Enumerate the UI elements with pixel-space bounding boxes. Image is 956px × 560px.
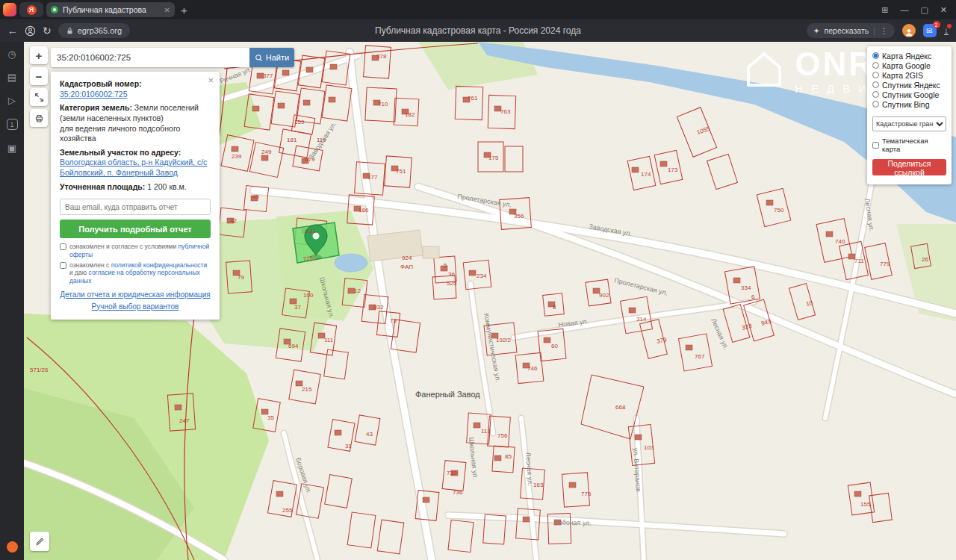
address-link[interactable]: Вологодская область, р-н Кадуйский, с/с … xyxy=(60,158,207,177)
layers-panel: Карта Яндекс Карта Google Карта 2GIS Спу… xyxy=(867,46,952,184)
parcel-number: 36 xyxy=(448,271,455,278)
url-text: egrp365.org xyxy=(78,26,122,35)
browser-menu-icon[interactable] xyxy=(7,541,18,553)
privacy-agree-checkbox[interactable] xyxy=(60,262,66,269)
share-link-button[interactable]: Поделиться ссылкой xyxy=(872,159,946,175)
manual-options-link[interactable]: Ручной выбор вариантов xyxy=(60,302,211,311)
parcel-number: 181 xyxy=(287,137,297,143)
measure-button[interactable] xyxy=(30,88,48,106)
tab-panels-icon[interactable]: ⊞ xyxy=(881,5,888,15)
area-label: Уточненная площадь: xyxy=(60,182,145,191)
history-icon[interactable]: ◷ xyxy=(7,49,16,59)
email-field[interactable] xyxy=(60,199,211,215)
parcel-info-panel: × Кадастровый номер: 35:20:0106002:725 К… xyxy=(51,72,220,320)
parcel-number: 26 xyxy=(922,256,928,263)
privacy-agree-row[interactable]: ознакомлен с политикой конфиденциальност… xyxy=(60,261,211,285)
basemap-option-sat-bing[interactable]: Спутник Bing xyxy=(872,99,946,109)
parcel-number: 924 xyxy=(402,255,412,261)
page-title: Публичная кадастровая карта - Россия 202… xyxy=(375,25,581,36)
search-button[interactable]: Найти xyxy=(249,48,294,67)
messenger-icon[interactable]: ✉ 2 xyxy=(923,24,937,37)
basemap-option-2gis[interactable]: Карта 2GIS xyxy=(872,70,946,80)
close-icon[interactable]: ✕ xyxy=(940,5,947,15)
reload-icon[interactable]: ↻ xyxy=(43,25,52,36)
thematic-map-checkbox[interactable] xyxy=(872,142,879,149)
parcel-number: 377 xyxy=(263,72,273,79)
parcel-number: 111 xyxy=(324,337,334,343)
parcel-number: 746 xyxy=(527,365,538,372)
get-report-button[interactable]: Получить подробный отчет xyxy=(60,220,211,238)
privacy-link[interactable]: политикой конфиденциальности xyxy=(111,261,208,269)
parcel-number: 740 xyxy=(835,238,845,245)
parcel-number: 100 xyxy=(303,292,314,299)
cadastral-number-link[interactable]: 35:20:0106002:725 xyxy=(60,90,128,99)
parcel-number: 234 xyxy=(477,273,487,279)
browser-window: Я Публичная кадастрова ✕ + ⊞ — ▢ ✕ ← ↻ e… xyxy=(0,0,956,560)
downloads-icon[interactable]: ↓ xyxy=(944,26,949,35)
address-bar[interactable]: egrp365.org xyxy=(58,23,130,38)
parcel-number: 35 xyxy=(267,414,274,421)
profile-icon[interactable] xyxy=(25,25,36,37)
basemap-option-sat-yandex[interactable]: Спутник Яндекс xyxy=(872,80,946,90)
back-icon[interactable]: ← xyxy=(7,25,18,36)
downloads-alert-dot xyxy=(947,24,952,28)
pinned-tab[interactable]: Я xyxy=(19,2,43,17)
search-bar: Найти xyxy=(51,48,294,67)
collections-icon[interactable]: ▤ xyxy=(7,72,16,82)
parcel-number: 725 xyxy=(302,255,314,263)
basemap-option-yandex[interactable]: Карта Яндекс xyxy=(872,51,946,60)
thematic-map-row[interactable]: Тематическая карта xyxy=(872,137,946,153)
zoom-out-button[interactable]: − xyxy=(30,67,48,85)
parcel-number: 255 xyxy=(282,507,293,514)
personal-data-link[interactable]: согласие на обработку персональных данны… xyxy=(69,269,200,284)
active-tab[interactable]: Публичная кадастрова ✕ xyxy=(46,2,175,17)
parcel-number: 6 xyxy=(751,293,755,300)
basemap-option-sat-google[interactable]: Спутник Google xyxy=(872,90,946,99)
browser-logo-icon[interactable] xyxy=(3,3,16,16)
area-value: 1 200 кв.м. xyxy=(147,182,186,191)
parcel-number: 779 xyxy=(880,261,890,267)
parcel-number: 710 xyxy=(378,101,388,108)
parcel-number: 775 xyxy=(581,491,592,497)
tab-favicon-icon xyxy=(51,6,58,13)
boundaries-select[interactable]: Кадастровые границы xyxy=(872,116,946,131)
parcel-number: 215 xyxy=(302,386,312,393)
offer-agree-row[interactable]: ознакомлен и согласен с условиями публич… xyxy=(60,243,211,258)
screenshot-icon[interactable]: ▣ xyxy=(7,143,16,153)
maximize-icon[interactable]: ▢ xyxy=(920,5,928,15)
parcel-number: 756 xyxy=(497,432,508,439)
category-note: для ведения личного подсобного хозяйства xyxy=(60,124,180,143)
parcel-number: 902 xyxy=(599,292,609,299)
menu-dots-icon[interactable]: ⋮ xyxy=(880,26,888,35)
print-button[interactable] xyxy=(30,109,48,127)
search-input[interactable] xyxy=(51,48,249,67)
parcel-number: 37 xyxy=(294,304,301,311)
offer-agree-checkbox[interactable] xyxy=(60,243,66,250)
parcel-number: 761 xyxy=(468,95,478,102)
retell-button[interactable]: ✦ пересказать | ⋮ xyxy=(807,23,895,38)
parcel-number: 79 xyxy=(238,274,244,281)
parcel-number: 750 xyxy=(774,207,784,214)
panel-close-icon[interactable]: × xyxy=(208,75,214,85)
expand-icon xyxy=(34,93,44,102)
address-label: Земельный участок по адресу: xyxy=(60,148,181,157)
zoom-in-button[interactable]: + xyxy=(30,46,48,64)
parcel-number: 42 xyxy=(230,217,237,224)
pencil-icon xyxy=(35,537,45,547)
tab-counter[interactable]: 1 xyxy=(7,119,18,130)
minimize-icon[interactable]: — xyxy=(900,5,908,15)
basemap-option-google[interactable]: Карта Google xyxy=(872,60,946,70)
user-avatar[interactable] xyxy=(902,24,916,37)
place-label: Фанерный Завод xyxy=(415,390,480,399)
draw-tool-button[interactable] xyxy=(30,532,49,551)
tab-close-icon[interactable]: ✕ xyxy=(164,6,170,14)
video-icon[interactable]: ▷ xyxy=(8,96,16,105)
printer-icon xyxy=(34,113,44,123)
parcel-number: 239 xyxy=(232,153,242,160)
parcel-number: 103 xyxy=(644,444,654,451)
parcel-number: 12 xyxy=(354,287,361,294)
new-tab-button[interactable]: + xyxy=(181,4,187,16)
parcel-number: 356 xyxy=(514,213,524,220)
street-label: Рабочая ул. xyxy=(554,518,592,527)
report-details-link[interactable]: Детали отчета и юридическая информация xyxy=(60,290,211,299)
